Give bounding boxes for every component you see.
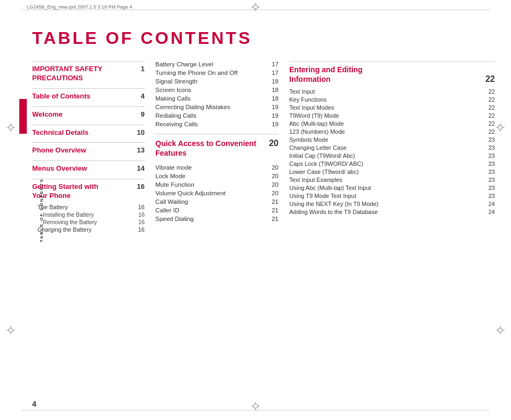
list-item: Correcting Dialing Mistakes 19	[155, 104, 279, 110]
list-item: 123 (Numbers) Mode 22	[289, 128, 495, 135]
mid-label-caller-id: Caller ID	[155, 207, 179, 213]
mid-label-call-waiting: Call Waiting	[155, 198, 188, 205]
right-section-title: Entering and Editing Information	[289, 65, 370, 84]
mid-num-volume: 20	[272, 190, 279, 196]
toc-num-toc: 4	[141, 92, 145, 100]
toc-entry-menus: Menus Overview 14	[32, 164, 145, 173]
divider	[155, 134, 279, 134]
toc-subnum-removing: 16	[138, 219, 145, 225]
list-item: Volume Quick Adjustment 20	[155, 190, 279, 196]
reg-mark-left-bottom-icon	[6, 326, 15, 334]
list-item: Lower Case (T9word/ abc) 23	[289, 169, 495, 175]
list-item: Signal Strength 18	[155, 78, 279, 85]
toc-label-menus: Menus Overview	[32, 164, 87, 173]
mid-label-vibrate: Vibrate mode	[155, 164, 192, 171]
toc-num-getting-started: 16	[137, 182, 145, 190]
divider	[32, 161, 145, 161]
toc-label-getting-started: Getting Started with Your Phone	[32, 182, 112, 201]
toc-section-menus: Menus Overview 14	[32, 161, 145, 173]
list-item: Adding Words to the T9 Database 24	[289, 209, 495, 215]
right-num-t9word: 22	[489, 112, 495, 119]
mid-label-turning-phone: Turning the Phone On and Off	[155, 70, 237, 76]
right-label-using-abc: Using Abc (Multi-tap) Text Input	[289, 185, 371, 191]
toc-num-menus: 14	[137, 164, 145, 172]
toc-entry-welcome: Welcome 9	[32, 110, 145, 119]
toc-label-phone-overview: Phone Overview	[32, 146, 86, 155]
list-item: Receiving Calls 19	[155, 121, 279, 127]
right-label-next-key: Using the NEXT Key (In T9 Mode)	[289, 201, 379, 207]
mid-section-title-quick: Quick Access to Convenient Features	[155, 139, 269, 158]
side-bookmark	[19, 99, 27, 134]
toc-columns: IMPORTANT SAFETY PRECAUTIONS 1 Table of …	[32, 61, 495, 238]
toc-label-welcome: Welcome	[32, 110, 63, 119]
list-item: Caller ID 21	[155, 207, 279, 213]
left-column: IMPORTANT SAFETY PRECAUTIONS 1 Table of …	[32, 61, 155, 238]
toc-num-technical: 10	[137, 128, 145, 136]
toc-subnum-installing: 16	[138, 211, 145, 218]
svg-point-15	[9, 328, 13, 332]
right-num-adding-words: 24	[489, 209, 495, 215]
mid-section-entries: Vibrate mode 20 Lock Mode 20 Mute Functi…	[155, 164, 279, 222]
list-item: Initial Cap (T9Word/ Abc) 23	[289, 152, 495, 159]
right-num-abc-multitap: 22	[489, 120, 495, 127]
toc-section-welcome: Welcome 9	[32, 106, 145, 119]
list-item: Installing the Battery 16	[32, 211, 145, 218]
reg-mark-right-bottom-icon	[496, 326, 505, 334]
mid-section-num-quick: 20	[269, 139, 279, 148]
right-num-text-input-modes: 22	[489, 104, 495, 111]
list-item: Screen Icons 18	[155, 87, 279, 93]
svg-point-0	[253, 5, 258, 9]
divider	[32, 106, 145, 107]
list-item: The Battery 16	[32, 204, 145, 210]
mid-column: Battery Charge Level 17 Turning the Phon…	[155, 61, 289, 238]
mid-label-receiving: Receiving Calls	[155, 121, 198, 127]
toc-sublabel-removing: Removing the Battery	[43, 219, 97, 225]
right-num-using-t9: 23	[489, 193, 495, 199]
reg-mark-left-top-icon	[6, 123, 15, 132]
right-num-initial-cap: 23	[489, 152, 495, 159]
divider	[32, 125, 145, 125]
divider	[289, 61, 495, 62]
toc-sublabel-battery: The Battery	[37, 204, 68, 210]
toc-entry-toc: Table of Contents 4	[32, 92, 145, 101]
toc-sublabel-charging: Charging the Battery	[37, 226, 92, 233]
list-item: Charging the Battery 16	[32, 226, 145, 233]
mid-section-quick-access: Quick Access to Convenient Features 20	[155, 139, 279, 160]
mid-plain-entries: Battery Charge Level 17 Turning the Phon…	[155, 61, 279, 127]
list-item: Using Abc (Multi-tap) Text Input 23	[289, 185, 495, 191]
mid-num-correcting: 19	[272, 104, 279, 110]
right-label-caps-lock: Caps Lock (T9WORD/ ABC)	[289, 161, 363, 167]
list-item: Caps Lock (T9WORD/ ABC) 23	[289, 161, 495, 167]
list-item: Redialing Calls 19	[155, 112, 279, 119]
reg-mark-right-top-icon	[496, 123, 505, 132]
mid-num-signal: 18	[272, 78, 279, 85]
right-num-lower-case: 23	[489, 169, 495, 175]
right-entries: Text Input 22 Key Functions 22 Text Inpu…	[289, 88, 495, 215]
right-num-changing-case: 23	[489, 144, 495, 151]
divider	[32, 179, 145, 179]
svg-point-20	[498, 328, 502, 332]
toc-sublabel-installing: Installing the Battery	[43, 211, 94, 218]
mid-label-lock: Lock Mode	[155, 173, 185, 179]
mid-label-redialing: Redialing Calls	[155, 112, 197, 119]
mid-label-battery-charge: Battery Charge Level	[155, 61, 213, 67]
list-item: Mute Function 20	[155, 181, 279, 188]
list-item: Symbols Mode 23	[289, 136, 495, 143]
divider	[32, 142, 145, 143]
right-label-symbols: Symbols Mode	[289, 136, 328, 143]
right-label-text-input-examples: Text Input Examples	[289, 177, 342, 183]
list-item: Making Calls 18	[155, 95, 279, 102]
page-number: 4	[32, 400, 36, 408]
divider	[32, 88, 145, 89]
mid-num-caller-id: 21	[272, 207, 279, 213]
toc-label-toc: Table of Contents	[32, 92, 91, 101]
divider	[32, 61, 145, 62]
right-label-t9word: T9Word (T9) Mode	[289, 112, 339, 119]
header-meta: LG245B_Eng_new.qxd 2007.1.5 3:19 PM Page…	[27, 4, 132, 10]
mid-num-redialing: 19	[272, 112, 279, 119]
right-label-adding-words: Adding Words to the T9 Database	[289, 209, 378, 215]
toc-section-getting-started: Getting Started with Your Phone 16 The B…	[32, 179, 145, 233]
list-item: Key Functions 22	[289, 96, 495, 103]
mid-label-volume: Volume Quick Adjustment	[155, 190, 226, 196]
list-item: Using the NEXT Key (In T9 Mode) 24	[289, 201, 495, 207]
